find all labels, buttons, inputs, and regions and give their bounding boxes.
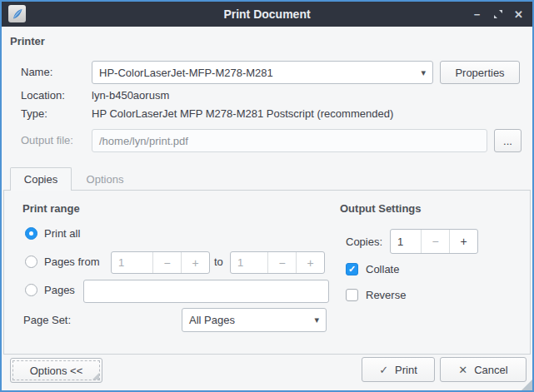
check-icon: ✓ bbox=[379, 364, 388, 376]
minimize-button[interactable]: − bbox=[467, 3, 487, 25]
pages-from-minus-button[interactable]: − bbox=[152, 252, 181, 273]
minus-icon: − bbox=[432, 235, 438, 248]
tab-copies[interactable]: Copies bbox=[10, 167, 72, 191]
radio-pages-from[interactable] bbox=[25, 256, 37, 268]
pages-to-spinbox[interactable]: 1 − + bbox=[230, 251, 325, 274]
options-toggle-button[interactable]: Options << bbox=[10, 358, 102, 383]
pages-to-value[interactable]: 1 bbox=[231, 252, 267, 273]
print-button[interactable]: ✓ Print bbox=[362, 357, 435, 382]
pages-from-plus-button[interactable]: + bbox=[181, 252, 209, 273]
printer-section-heading: Printer bbox=[10, 35, 45, 48]
location-value: lyn-b450aorusm bbox=[92, 89, 169, 102]
printer-name-combobox[interactable]: HP-ColorLaserJet-MFP-M278-M281 ▾ bbox=[92, 61, 433, 84]
window-resize-grip[interactable] bbox=[522, 380, 532, 390]
minimize-icon: − bbox=[474, 8, 481, 21]
pages-from-label: Pages from bbox=[44, 256, 99, 269]
reverse-label: Reverse bbox=[366, 289, 406, 302]
copies-value[interactable]: 1 bbox=[391, 230, 421, 253]
printer-name-label: Name: bbox=[21, 66, 52, 79]
copies-plus-button[interactable]: + bbox=[449, 230, 477, 253]
type-label: Type: bbox=[21, 107, 47, 121]
pages-to-label: to bbox=[214, 256, 223, 269]
pages-from-value[interactable]: 1 bbox=[112, 252, 152, 273]
page-set-combobox[interactable]: All Pages ▾ bbox=[182, 308, 327, 332]
page-set-label: Page Set: bbox=[23, 314, 71, 327]
location-label: Location: bbox=[21, 89, 65, 102]
copies-count-label: Copies: bbox=[346, 236, 382, 249]
ellipsis-icon: ... bbox=[503, 135, 512, 147]
page-set-value: All Pages bbox=[189, 314, 235, 326]
chevron-down-icon: ▾ bbox=[421, 67, 426, 78]
type-value: HP ColorLaserJet MFP M278-M281 Postscrip… bbox=[92, 107, 393, 121]
copies-minus-button[interactable]: − bbox=[421, 230, 449, 253]
print-range-heading: Print range bbox=[22, 202, 80, 216]
x-icon: ✕ bbox=[458, 364, 467, 376]
check-icon: ✓ bbox=[348, 264, 356, 275]
minus-icon: − bbox=[278, 256, 285, 270]
maximize-button[interactable] bbox=[487, 3, 508, 25]
pages-label: Pages bbox=[44, 284, 75, 297]
options-toggle-label: Options << bbox=[30, 365, 83, 377]
minus-icon: − bbox=[163, 256, 170, 270]
output-settings-heading: Output Settings bbox=[340, 202, 422, 216]
print-dialog-window: Print Document − ✕ Printer Name: HP-Colo… bbox=[0, 0, 534, 392]
collate-checkbox[interactable]: ✓ bbox=[346, 263, 358, 275]
close-button[interactable]: ✕ bbox=[508, 3, 529, 25]
output-file-input[interactable]: /home/lyn/print.pdf bbox=[92, 129, 487, 152]
properties-button-label: Properties bbox=[455, 67, 504, 79]
titlebar[interactable]: Print Document − ✕ bbox=[2, 2, 532, 27]
print-all-label: Print all bbox=[44, 227, 80, 241]
output-file-label: Output file: bbox=[21, 134, 73, 147]
copies-spinbox[interactable]: 1 − + bbox=[390, 229, 478, 254]
window-controls: − ✕ bbox=[467, 2, 529, 27]
printer-name-value: HP-ColorLaserJet-MFP-M278-M281 bbox=[99, 67, 273, 79]
close-icon: ✕ bbox=[514, 8, 523, 21]
plus-icon: + bbox=[460, 235, 467, 248]
cancel-button-label: Cancel bbox=[474, 364, 507, 376]
button-grip-icon bbox=[92, 373, 99, 380]
pages-to-minus-button[interactable]: − bbox=[267, 252, 296, 273]
radio-print-all[interactable] bbox=[25, 227, 37, 240]
tab-copies-label: Copies bbox=[24, 173, 57, 186]
reverse-checkbox[interactable] bbox=[346, 289, 358, 301]
window-title: Print Document bbox=[2, 2, 532, 27]
properties-button[interactable]: Properties bbox=[440, 61, 520, 84]
print-button-label: Print bbox=[395, 364, 417, 376]
chevron-down-icon: ▾ bbox=[314, 315, 319, 325]
pages-to-plus-button[interactable]: + bbox=[296, 252, 324, 273]
radio-pages[interactable] bbox=[25, 284, 37, 296]
plus-icon: + bbox=[192, 256, 198, 270]
cancel-button[interactable]: ✕ Cancel bbox=[440, 357, 527, 382]
maximize-icon bbox=[493, 9, 503, 19]
plus-icon: + bbox=[307, 256, 313, 270]
tab-options[interactable]: Options bbox=[72, 167, 138, 191]
browse-output-file-button[interactable]: ... bbox=[494, 129, 522, 152]
collate-label: Collate bbox=[366, 263, 399, 276]
pages-ranges-input[interactable] bbox=[83, 280, 329, 303]
output-file-value: /home/lyn/print.pdf bbox=[99, 135, 188, 147]
tab-options-label: Options bbox=[87, 173, 124, 186]
pages-from-spinbox[interactable]: 1 − + bbox=[111, 251, 210, 274]
